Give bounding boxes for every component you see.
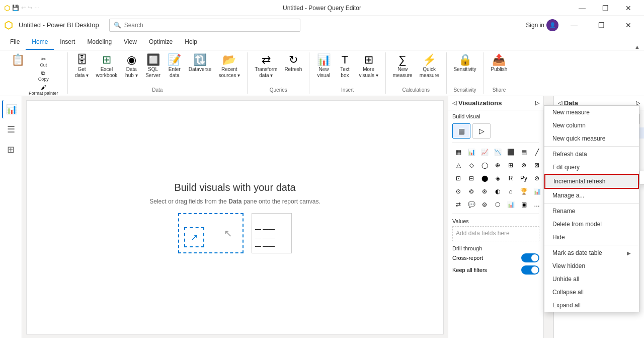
app-search-input[interactable]: [124, 22, 296, 29]
viz-cell-7[interactable]: ╱: [531, 146, 543, 158]
viz-cell-32[interactable]: ⬡: [492, 198, 504, 211]
data-hub-btn[interactable]: ◉ Datahub ▾: [121, 52, 141, 81]
tab-insert[interactable]: Insert: [54, 34, 81, 50]
sql-server-btn[interactable]: 🔲 SQLServer: [142, 52, 163, 81]
paste-btn[interactable]: 📋 ✂ Cut ⧉ Copy 🖌 Format pai: [8, 52, 63, 99]
viz-cell-26[interactable]: ⌂: [505, 185, 517, 197]
quick-access-undo[interactable]: ↩: [21, 5, 26, 11]
tab-file[interactable]: File: [4, 34, 26, 50]
tab-help[interactable]: Help: [179, 34, 203, 50]
sidebar-icon-data[interactable]: ☰: [2, 120, 20, 139]
viz-cell-13[interactable]: ⊗: [518, 159, 530, 171]
viz-cell-29[interactable]: ⇄: [452, 198, 464, 211]
quick-measure-btn[interactable]: ⚡ Quickmeasure: [417, 52, 442, 81]
get-data-btn[interactable]: 🗄 Getdata ▾: [72, 52, 92, 81]
ctx-incremental-refresh[interactable]: Incremental refresh: [544, 174, 639, 189]
viz-cell-27[interactable]: 🏆: [518, 185, 530, 197]
tab-modeling[interactable]: Modeling: [81, 34, 118, 50]
viz-cell-22[interactable]: ⊙: [452, 185, 464, 197]
viz-cell-5[interactable]: ⬛: [505, 146, 517, 158]
enter-data-btn[interactable]: 📝 Enterdata: [165, 52, 185, 81]
ctx-unhide-all[interactable]: Unhide all: [544, 273, 639, 286]
ctx-manage[interactable]: Manage a...: [544, 189, 639, 202]
title-maximize-btn[interactable]: ❐: [594, 0, 617, 16]
viz-cell-11[interactable]: ⊕: [492, 159, 504, 171]
ctx-new-quick-measure[interactable]: New quick measure: [544, 132, 639, 145]
viz-cell-24[interactable]: ⊛: [478, 185, 491, 197]
viz-cell-2[interactable]: 📊: [465, 146, 477, 158]
viz-cell-9[interactable]: ◇: [465, 159, 477, 171]
viz-table-btn[interactable]: ▦: [452, 123, 470, 139]
dataverse-btn[interactable]: 🔃 Dataverse: [186, 52, 215, 75]
ctx-refresh-data[interactable]: Refresh data: [544, 148, 639, 161]
viz-cell-1[interactable]: ▦: [452, 146, 464, 158]
sensitivity-btn[interactable]: 🔒 Sensitivity: [451, 52, 479, 75]
viz-cell-10[interactable]: ◯: [478, 159, 491, 171]
title-close-btn[interactable]: ✕: [617, 0, 640, 16]
refresh-btn[interactable]: ↻ Refresh: [281, 52, 305, 75]
sidebar-icon-model[interactable]: ⊞: [2, 141, 20, 159]
viz-cell-8[interactable]: △: [452, 159, 464, 171]
viz-cell-33[interactable]: 📊: [505, 198, 517, 211]
viz-panel-collapse-left[interactable]: ◁: [452, 100, 456, 106]
viz-panel-expand-right[interactable]: ▷: [535, 100, 539, 106]
publish-btn[interactable]: 📤 Publish: [488, 52, 511, 75]
new-visual-btn[interactable]: 📊 Newvisual: [313, 52, 334, 81]
viz-cell-25[interactable]: ◐: [492, 185, 504, 197]
copy-btn[interactable]: ⧉ Copy: [27, 70, 60, 83]
ctx-new-column[interactable]: New column: [544, 119, 639, 132]
ctx-rename[interactable]: Rename: [544, 205, 639, 218]
viz-cell-30[interactable]: 💬: [465, 198, 477, 211]
viz-cell-17[interactable]: ⬤: [478, 172, 491, 184]
viz-arrow-btn[interactable]: ▷: [472, 123, 491, 139]
ctx-hide[interactable]: Hide: [544, 231, 639, 244]
viz-cell-19[interactable]: R: [505, 172, 517, 184]
viz-cell-15[interactable]: ⊡: [452, 172, 464, 184]
viz-cell-4[interactable]: 📉: [492, 146, 504, 158]
ctx-edit-query[interactable]: Edit query: [544, 161, 639, 174]
viz-cell-21[interactable]: ⊘: [531, 172, 543, 184]
window-close-btn[interactable]: ✕: [617, 17, 640, 33]
window-minimize-btn[interactable]: —: [562, 17, 586, 33]
cut-btn[interactable]: ✂ Cut: [27, 55, 60, 69]
ctx-collapse-all[interactable]: Collapse all: [544, 286, 639, 299]
viz-cell-20[interactable]: Py: [518, 172, 530, 184]
ctx-view-hidden[interactable]: View hidden: [544, 259, 639, 273]
viz-cell-28[interactable]: 📊: [531, 185, 543, 197]
cross-report-toggle[interactable]: [521, 253, 539, 262]
ctx-new-measure[interactable]: New measure: [544, 106, 639, 119]
viz-cell-14[interactable]: ⊠: [531, 159, 543, 171]
keep-filters-toggle[interactable]: [521, 265, 539, 275]
title-minimize-btn[interactable]: —: [571, 0, 594, 16]
viz-cell-34[interactable]: ▣: [518, 198, 530, 211]
ribbon-collapse-btn[interactable]: ▲: [634, 44, 640, 50]
ctx-expand-all[interactable]: Expand all: [544, 299, 639, 312]
new-measure-btn[interactable]: ∑ Newmeasure: [390, 52, 416, 81]
window-maximize-btn[interactable]: ❐: [590, 17, 613, 33]
tab-home[interactable]: Home: [26, 34, 54, 50]
more-visuals-btn[interactable]: ⊞ Morevisuals ▾: [356, 52, 381, 81]
quick-access-redo[interactable]: ↪: [28, 5, 32, 11]
viz-cell-3[interactable]: 📈: [478, 146, 491, 158]
tab-view[interactable]: View: [118, 34, 143, 50]
viz-cell-6[interactable]: ▤: [518, 146, 530, 158]
ctx-mark-date-table[interactable]: Mark as date table ▶: [544, 246, 639, 259]
text-box-btn[interactable]: T Textbox: [335, 52, 355, 81]
values-drop-area[interactable]: Add data fields here: [452, 226, 539, 241]
ctx-delete[interactable]: Delete from model: [544, 218, 639, 231]
recent-sources-btn[interactable]: 📂 Recentsources ▾: [215, 52, 243, 81]
transform-data-btn[interactable]: ⇄ Transformdata ▾: [252, 52, 280, 81]
viz-cell-12[interactable]: ⊞: [505, 159, 517, 171]
excel-workbook-btn[interactable]: ⊞ Excelworkbook: [93, 52, 121, 81]
viz-cell-31[interactable]: ⊜: [478, 198, 491, 211]
quick-access-save[interactable]: 💾: [12, 5, 19, 11]
signin-button[interactable]: Sign in 👤: [526, 19, 558, 31]
viz-cell-16[interactable]: ⊟: [465, 172, 477, 184]
viz-cell-23[interactable]: ⊚: [465, 185, 477, 197]
sidebar-icon-report[interactable]: 📊: [2, 100, 20, 118]
viz-cell-18[interactable]: ◈: [492, 172, 504, 184]
app-search-box[interactable]: 🔍: [109, 19, 300, 32]
tab-optimize[interactable]: Optimize: [143, 34, 179, 50]
quick-access-more[interactable]: ⋯: [34, 5, 40, 11]
format-painter-btn[interactable]: 🖌 Format painter: [27, 84, 60, 97]
